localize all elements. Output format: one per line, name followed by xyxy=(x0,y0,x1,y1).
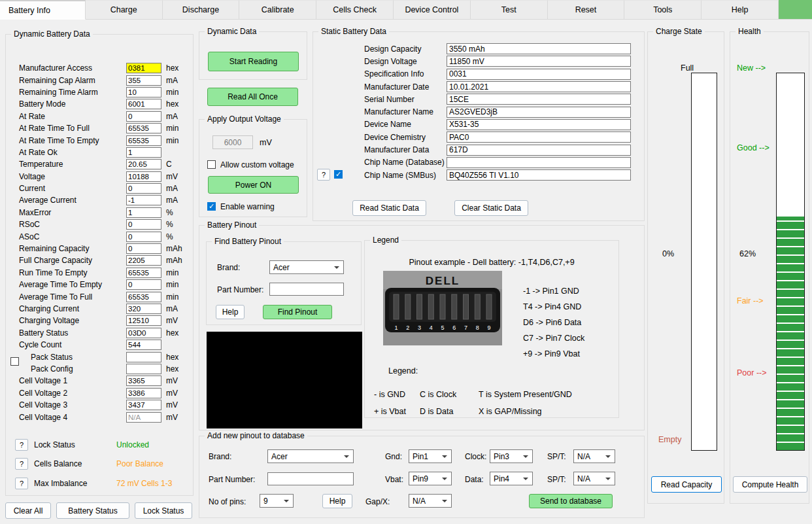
compute-health-button[interactable]: Compute Health xyxy=(733,476,807,493)
field-input[interactable] xyxy=(126,376,161,386)
allow-custom-voltage-checkbox[interactable] xyxy=(207,160,216,169)
help-button[interactable]: ? xyxy=(15,439,28,451)
read-static-data-button[interactable]: Read Static Data xyxy=(352,200,426,216)
dynamic-data-row: TemperatureC xyxy=(6,158,193,170)
field-input[interactable] xyxy=(126,159,161,169)
field-input[interactable] xyxy=(126,99,161,109)
clear-static-data-button[interactable]: Clear Static Data xyxy=(454,200,528,216)
help-button[interactable]: ? xyxy=(317,169,330,181)
field-input[interactable] xyxy=(447,131,631,143)
field-input[interactable] xyxy=(126,135,161,146)
field-input[interactable] xyxy=(447,119,631,130)
gnd-label: Gnd: xyxy=(385,452,402,461)
find-help-button[interactable]: Help xyxy=(216,305,245,319)
read-capacity-button[interactable]: Read Capacity xyxy=(651,476,722,493)
field-input[interactable] xyxy=(447,43,631,54)
lock-status-button[interactable]: Lock Status xyxy=(135,502,192,519)
field-label: Run Time To Empty xyxy=(19,268,126,277)
dynamic-battery-data-group: Dynamic Battery Data Manufacturer Access… xyxy=(5,34,194,496)
field-input[interactable] xyxy=(126,183,161,194)
field-input[interactable] xyxy=(126,195,161,205)
tab-test[interactable]: Test xyxy=(471,0,548,20)
tab-charge[interactable]: Charge xyxy=(86,0,163,20)
dynamic-data-row: At RatemA xyxy=(6,111,193,122)
field-input[interactable] xyxy=(126,232,161,242)
tab-reset[interactable]: Reset xyxy=(548,0,625,20)
status-row: ?Lock StatusUnlocked xyxy=(6,435,193,455)
add-help-button[interactable]: Help xyxy=(322,494,352,508)
field-label: Remaining Time Alarm xyxy=(19,88,126,97)
enable-warning-checkbox[interactable] xyxy=(207,202,216,211)
field-input[interactable] xyxy=(126,388,161,398)
group-title: Apply Output Voltage xyxy=(205,114,284,124)
field-input[interactable] xyxy=(126,207,161,218)
field-input[interactable] xyxy=(126,219,161,230)
field-input[interactable] xyxy=(126,315,161,326)
field-input[interactable] xyxy=(126,340,161,350)
field-input[interactable] xyxy=(126,111,161,122)
spt1-dropdown[interactable]: N/A xyxy=(573,449,615,463)
start-reading-button[interactable]: Start Reading xyxy=(208,52,299,71)
field-label: Pack Status xyxy=(31,353,126,362)
field-input[interactable] xyxy=(126,364,161,374)
field-input[interactable] xyxy=(447,94,631,105)
field-input[interactable] xyxy=(126,292,161,302)
send-to-database-button[interactable]: Send to database xyxy=(529,494,613,508)
read-all-once-button[interactable]: Read All Once xyxy=(207,88,298,106)
voltage-unit-label: mV xyxy=(260,138,272,147)
field-input[interactable] xyxy=(126,63,161,73)
chip-name-smbus-checkbox[interactable] xyxy=(334,170,343,179)
tab-help[interactable]: Help xyxy=(702,0,779,20)
field-label: At Rate Time To Full xyxy=(19,124,126,133)
find-pinout-button[interactable]: Find Pinout xyxy=(263,305,332,319)
clock-dropdown[interactable]: Pin3 xyxy=(490,449,533,463)
field-unit: min xyxy=(161,124,193,133)
tab-discharge[interactable]: Discharge xyxy=(163,0,240,20)
field-input[interactable] xyxy=(447,56,631,67)
field-input[interactable] xyxy=(126,268,161,278)
power-on-button[interactable]: Power ON xyxy=(208,176,299,194)
no-of-pins-dropdown[interactable]: 9 xyxy=(260,494,294,508)
field-input[interactable] xyxy=(126,400,161,410)
field-input[interactable] xyxy=(447,69,631,80)
tab-battery-info[interactable]: Battery Info xyxy=(0,0,86,20)
brand-dropdown[interactable]: Acer xyxy=(269,260,344,274)
field-input[interactable] xyxy=(126,412,161,423)
part-number-input[interactable] xyxy=(269,283,344,296)
field-input[interactable] xyxy=(126,279,161,290)
field-input[interactable] xyxy=(447,107,631,118)
help-button[interactable]: ? xyxy=(15,478,28,489)
field-input[interactable] xyxy=(126,87,161,97)
field-input[interactable] xyxy=(126,328,161,338)
pin-mapping: C7 -> Pin7 Clock xyxy=(523,334,584,349)
field-input[interactable] xyxy=(126,255,161,266)
spt2-dropdown[interactable]: N/A xyxy=(573,472,615,485)
tab-calibrate[interactable]: Calibrate xyxy=(239,0,316,20)
clear-all-button[interactable]: Clear All xyxy=(5,502,51,519)
brand-dropdown[interactable]: Acer xyxy=(267,449,354,463)
field-input[interactable] xyxy=(447,157,631,168)
help-button[interactable]: ? xyxy=(15,458,28,470)
field-input[interactable] xyxy=(126,75,161,86)
battery-status-button[interactable]: Battery Status xyxy=(56,502,129,519)
field-input[interactable] xyxy=(447,145,631,156)
field-input[interactable] xyxy=(447,169,631,181)
field-input[interactable] xyxy=(126,243,161,254)
vbat-dropdown[interactable]: Pin9 xyxy=(409,472,452,485)
tab-cells-check[interactable]: Cells Check xyxy=(316,0,394,20)
field-input[interactable] xyxy=(126,171,161,182)
field-unit: mV xyxy=(161,376,193,385)
field-input[interactable] xyxy=(126,123,161,133)
field-input[interactable] xyxy=(126,147,161,158)
empty-label: Empty xyxy=(658,435,681,444)
part-number-input[interactable] xyxy=(267,472,354,485)
tab-device-control[interactable]: Device Control xyxy=(394,0,471,20)
field-input[interactable] xyxy=(126,304,161,314)
tab-tools[interactable]: Tools xyxy=(624,0,702,20)
charge-percent-label: 0% xyxy=(662,249,674,258)
gnd-dropdown[interactable]: Pin1 xyxy=(409,449,452,463)
gap-dropdown[interactable]: N/A xyxy=(409,494,452,508)
data-dropdown[interactable]: Pin4 xyxy=(490,472,533,485)
field-input[interactable] xyxy=(126,352,161,362)
field-input[interactable] xyxy=(447,81,631,92)
